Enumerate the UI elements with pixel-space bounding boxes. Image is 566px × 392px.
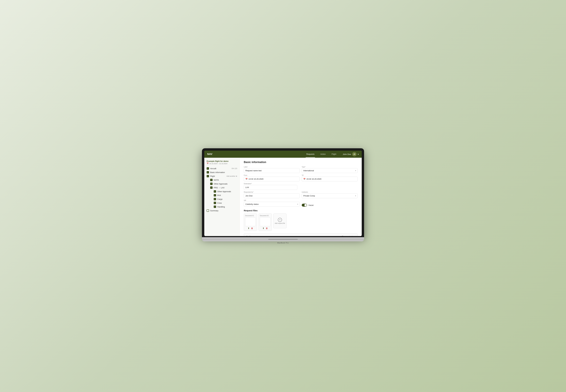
user-menu[interactable]: John Doe JD ▾ [337, 152, 359, 156]
checkbox-basic-info: ✓ [207, 171, 209, 173]
sidebar-item-cargo[interactable]: ✓ Cargo [207, 197, 237, 201]
institution-select[interactable]: Private Comp ▾ [302, 193, 357, 198]
app: NAV Requests Action Flight John Doe JD ▾ [204, 151, 362, 236]
form-row-2: From 📅 13:34 10.20.2020 To* 📅 [244, 174, 357, 182]
sidebar-item-other-approvals[interactable]: ✓ Other Approvals [207, 182, 237, 186]
document-1-label: Document #1 [245, 215, 256, 216]
laptop-bezel: NAV Requests Action Flight John Doe JD ▾ [202, 148, 364, 237]
form-area: Basic information Label Type* Internatio… [240, 158, 362, 236]
form-row-3: Destination* [244, 183, 357, 190]
archive-bar[interactable]: Archive Show content ▲ [244, 233, 357, 236]
requested-by-input[interactable] [244, 193, 300, 198]
checkbox-crew: ✓ [214, 202, 216, 204]
add-file-label: Add request file [275, 223, 285, 224]
laptop-screen: NAV Requests Action Flight John Doe JD ▾ [204, 151, 362, 236]
sidebar-item-flight[interactable]: ✓ Flight Add another ⊕ [207, 174, 237, 178]
to-field-label: To* [302, 174, 357, 176]
calendar-icon: 📅 [207, 163, 209, 165]
user-menu-chevron: ▾ [358, 153, 359, 155]
form-group-from: From 📅 13:34 10.20.2020 [244, 174, 300, 182]
document-1-card: Document #1 ⬆ 🗑 [244, 213, 257, 231]
checkbox-pax: ✓ [214, 194, 216, 196]
brand-logo: NAV [207, 153, 306, 155]
sidebar-date: 📅 20.10.2024 – 22.10.2024 [207, 163, 237, 165]
main-content: Example flight for demo 📅 20.10.2024 – 2… [204, 158, 362, 236]
institution-chevron-icon: ▾ [355, 195, 356, 196]
plus-icon: ⊕ [236, 175, 237, 177]
sidebar-item-nota[interactable]: ✓ NOTA [207, 178, 237, 182]
document-2-upload-button[interactable]: ⬆ [263, 227, 264, 229]
files-row: Document #1 ⬆ 🗑 Document #2 [244, 213, 357, 231]
nav-link-requests[interactable]: Requests [306, 151, 315, 158]
add-file-card[interactable]: + Add request file [273, 213, 286, 228]
sidebar-item-aircraft[interactable]: ✓ Aircraft OK-123 [207, 167, 237, 170]
sidebar-item-other-approvals-2[interactable]: ✓ Other Approvals [207, 190, 237, 193]
hazat-toggle-group: Hazat [302, 204, 357, 207]
vip-chevron-icon: ▾ [297, 203, 298, 205]
sidebar-item-crew[interactable]: ✓ Crew [207, 201, 237, 205]
sidebar-item-pax[interactable]: ✓ PAX [207, 193, 237, 197]
vip-select[interactable]: Celebrity status ▾ [244, 202, 300, 207]
checkbox-nota: ✓ [210, 179, 212, 181]
institution-label: Institution [302, 191, 357, 193]
add-file-icon: + [278, 218, 282, 222]
nav-link-flight[interactable]: Flight [331, 151, 337, 158]
label-field-label: Label [244, 166, 300, 168]
sidebar-item-basic-info[interactable]: ✓ Basic information [207, 170, 237, 174]
form-group-label: Label [244, 166, 300, 173]
laptop-wrapper: NAV Requests Action Flight John Doe JD ▾ [202, 148, 364, 244]
checkbox-other-approvals-2: ✓ [214, 190, 216, 193]
request-files-title: Request files [244, 209, 357, 212]
form-row-4: Requested by* Institution Private Comp ▾ [244, 191, 357, 198]
form-row-5: VIP Celebrity status ▾ [244, 200, 357, 207]
archive-label: Archive [246, 235, 253, 236]
type-field-label: Type* [302, 166, 357, 168]
hazat-toggle[interactable] [302, 204, 307, 207]
add-another-button[interactable]: Add another ⊕ [226, 175, 237, 177]
document-1-actions: ⬆ 🗑 [245, 227, 256, 229]
form-group-hazat: Hazat [302, 200, 357, 207]
archive-chevron-icon: ▲ [353, 236, 355, 236]
to-input[interactable]: 📅 15:34 10.20.2020 [302, 177, 357, 182]
document-2-preview [260, 217, 270, 226]
form-group-to: To* 📅 15:34 10.20.2020 [302, 174, 357, 182]
topnav-links: Requests Action Flight [306, 151, 337, 158]
sidebar: Example flight for demo 📅 20.10.2024 – 2… [204, 158, 240, 236]
laptop-notch [268, 239, 298, 240]
checkbox-summary [207, 210, 209, 212]
sidebar-item-prg-lax[interactable]: ✓ PRG → LAX [207, 186, 237, 190]
nav-link-action[interactable]: Action [320, 151, 326, 158]
document-2-card: Document #2 ⬆ 🗑 [258, 213, 272, 231]
sidebar-flight-name: Example flight for demo [207, 160, 237, 162]
destination-field-label: Destination* [244, 183, 357, 184]
topnav: NAV Requests Action Flight John Doe JD ▾ [204, 151, 362, 158]
sidebar-item-summary[interactable]: Summary [207, 209, 237, 212]
document-1-upload-button[interactable]: ⬆ [248, 227, 250, 229]
form-group-type: Type* International ▾ [302, 166, 357, 173]
calendar-to-icon: 📅 [303, 178, 306, 180]
label-input[interactable] [244, 168, 300, 173]
document-2-label: Document #2 [260, 215, 270, 216]
checkbox-cargo: ✓ [214, 198, 216, 200]
checkbox-other-approvals: ✓ [210, 182, 212, 185]
archive-show-label: Show content [342, 236, 352, 236]
archive-show-content: Show content ▲ [342, 236, 355, 236]
form-group-vip: VIP Celebrity status ▾ [244, 200, 300, 207]
document-2-delete-button[interactable]: 🗑 [266, 227, 268, 229]
form-group-institution: Institution Private Comp ▾ [302, 191, 357, 198]
form-group-requested-by: Requested by* [244, 191, 300, 198]
type-select[interactable]: International ▾ [302, 168, 357, 173]
destination-input[interactable] [244, 185, 297, 190]
document-2-actions: ⬆ 🗑 [260, 227, 270, 229]
form-row-1: Label Type* International ▾ [244, 166, 357, 173]
sidebar-item-handling[interactable]: ✓ Handling [207, 205, 237, 209]
checkbox-prg-lax: ✓ [210, 186, 212, 189]
calendar-from-icon: 📅 [245, 178, 248, 180]
checkbox-handling: ✓ [214, 206, 216, 208]
document-1-delete-button[interactable]: 🗑 [251, 227, 253, 229]
section-title: Basic information [244, 161, 357, 164]
type-chevron-icon: ▾ [355, 170, 356, 171]
requested-by-label: Requested by* [244, 191, 300, 193]
laptop-brand-label: MacBook Pro [202, 242, 364, 244]
from-input[interactable]: 📅 13:34 10.20.2020 [244, 177, 300, 182]
